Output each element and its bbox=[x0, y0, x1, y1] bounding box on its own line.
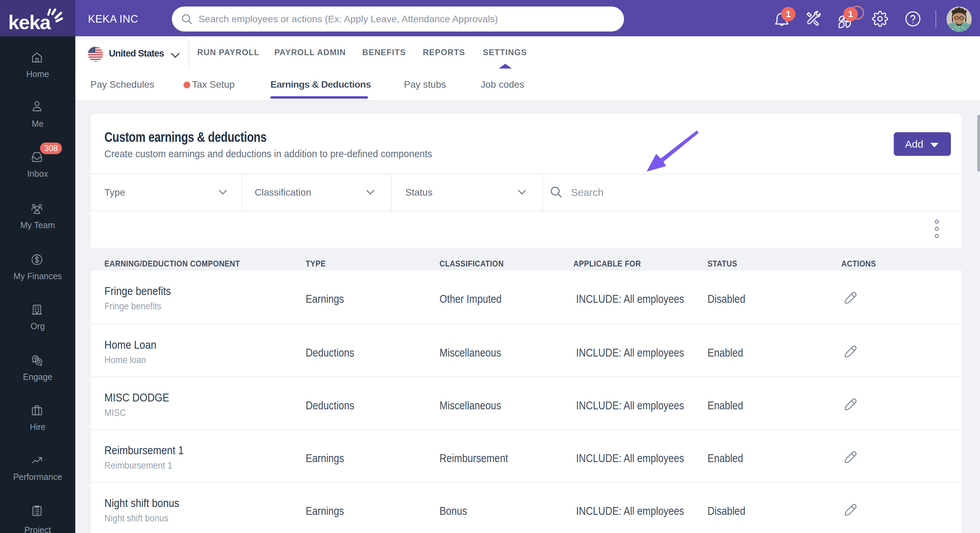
svg-text:keka: keka bbox=[8, 11, 51, 33]
